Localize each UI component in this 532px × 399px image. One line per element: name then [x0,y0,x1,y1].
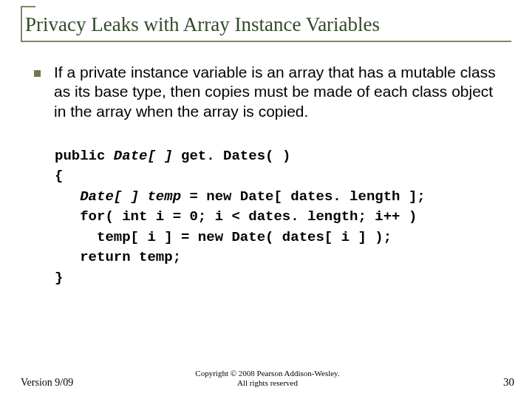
code-line-5: temp[ i ] = new Date( dates[ i ] ); [55,229,392,245]
title-container: Privacy Leaks with Array Instance Variab… [21,13,511,42]
code-line-2: { [55,168,63,184]
bullet-text: If a private instance variable is an arr… [54,63,504,121]
slide-title: Privacy Leaks with Array Instance Variab… [21,13,511,36]
code-line-7: } [55,270,63,286]
version-label: Version 9/09 [21,377,73,389]
code-line-6: return temp; [55,249,181,265]
code-line-4: for( int i = 0; i < dates. length; i++ ) [55,208,417,225]
code-block: public Date[ ] get. Dates( ) { Date[ ] t… [34,146,504,289]
page-number: 30 [503,376,514,389]
slide: Privacy Leaks with Array Instance Variab… [0,0,532,399]
code-line-3: Date[ ] temp = new Date[ dates. length ]… [55,188,426,205]
code-line-1: public Date[ ] get. Dates( ) [55,148,290,164]
bullet-item: If a private instance variable is an arr… [34,63,504,121]
footer: Version 9/09 Copyright © 2008 Pearson Ad… [21,376,514,389]
slide-body: If a private instance variable is an arr… [21,63,511,289]
square-bullet-icon [34,70,41,77]
copyright-text: Copyright © 2008 Pearson Addison-Wesley.… [195,369,339,389]
